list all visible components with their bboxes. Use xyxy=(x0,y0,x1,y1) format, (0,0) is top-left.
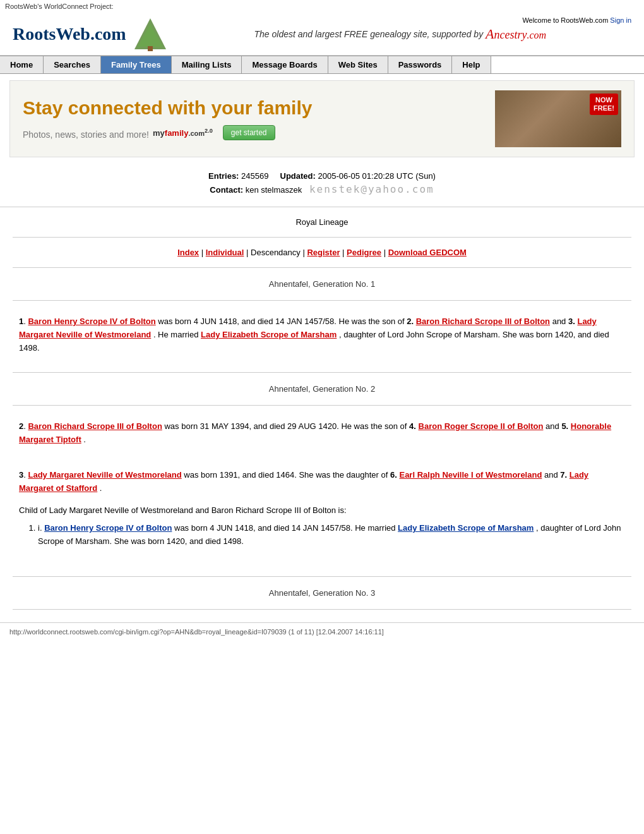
nav-web-sites[interactable]: Web Sites xyxy=(328,56,388,73)
top-bar-text: RootsWeb's WorldConnect Project: xyxy=(5,3,114,10)
nav-message-boards[interactable]: Message Boards xyxy=(242,56,328,73)
entry3-text2: and xyxy=(544,470,560,480)
pedigree-link[interactable]: Pedigree xyxy=(347,248,381,257)
nav-help[interactable]: Help xyxy=(452,56,491,73)
nav: Home Searches Family Trees Mailing Lists… xyxy=(0,56,644,74)
welcome-area: Welcome to RootsWeb.com Sign in xyxy=(522,16,631,24)
entry2-text2: and xyxy=(546,421,561,431)
divider-2 xyxy=(13,237,631,238)
banner: Stay connected with your family Photos, … xyxy=(9,80,635,157)
entries-value: 245569 xyxy=(241,171,268,181)
banner-photo: NOWFREE! xyxy=(495,90,621,147)
tagline-text: The oldest and largest FREE genealogy si… xyxy=(254,29,484,39)
entry3-person-link[interactable]: Lady Margaret Neville of Westmoreland xyxy=(28,470,181,480)
nav-family-trees[interactable]: Family Trees xyxy=(101,56,172,73)
logo-text[interactable]: RootsWeb.com xyxy=(13,24,126,44)
child1-person2-link[interactable]: Lady Elizabeth Scrope of Marsham xyxy=(398,523,534,533)
divider-7 xyxy=(13,576,631,577)
child-list: i. Baron Henry Scrope IV of Bolton was b… xyxy=(19,517,625,559)
top-bar: RootsWeb's WorldConnect Project: xyxy=(0,0,644,13)
download-gedcom-link[interactable]: Download GEDCOM xyxy=(388,248,467,257)
footer-url: http://worldconnect.rootsweb.com/cgi-bin… xyxy=(9,628,384,636)
entries-label: Entries: xyxy=(208,171,239,181)
nav-searches[interactable]: Searches xyxy=(44,56,101,73)
contact-value: ken stelmaszek xyxy=(246,185,302,195)
footer: http://worldconnect.rootsweb.com/cgi-bin… xyxy=(0,622,644,641)
content: Royal Lineage Index | Individual | Desce… xyxy=(0,212,644,610)
entry3-num: 3 xyxy=(19,470,23,480)
gen1-header: Ahnentafel, Generation No. 1 xyxy=(13,273,631,295)
entry3-text1: was born 1391, and died 1464. She was th… xyxy=(184,470,390,480)
entry3-text3: . xyxy=(100,483,102,493)
genealogy-title-text: Royal Lineage xyxy=(295,217,348,227)
entry1-num2: 2. xyxy=(407,317,414,326)
entry1-person2-link[interactable]: Baron Richard Scrope III of Bolton xyxy=(416,317,550,326)
divider-1 xyxy=(0,207,644,207)
entry1-text3: . He married xyxy=(153,330,201,339)
entry3-person2-link[interactable]: Earl Ralph Neville I of Westmoreland xyxy=(399,470,542,480)
entry-3: 3. Lady Margaret Neville of Westmoreland… xyxy=(13,459,631,571)
entry-1: 1. Baron Henry Scrope IV of Bolton was b… xyxy=(13,306,631,367)
ancestry-logo: Ancestry.com xyxy=(486,26,546,42)
entry1-person4-link[interactable]: Lady Elizabeth Scrope of Marsham xyxy=(201,330,337,339)
entries-line: Entries: 245569 Updated: 2005-06-05 01:2… xyxy=(13,171,631,181)
entry2-num3: 5. xyxy=(561,421,568,431)
contact-email-display: kenstek@yahoo.com xyxy=(309,183,434,195)
logo-area: RootsWeb.com xyxy=(13,16,169,51)
entry1-text1: was born 4 JUN 1418, and died 14 JAN 145… xyxy=(158,317,407,326)
myfamily-red: family xyxy=(165,128,189,138)
index-link[interactable]: Index xyxy=(177,248,199,257)
gen3-header: Ahnentafel, Generation No. 3 xyxy=(13,582,631,604)
contact-label: Contact: xyxy=(210,185,243,195)
sign-in-link[interactable]: Sign in xyxy=(610,16,631,24)
divider-6 xyxy=(13,405,631,406)
descendancy-link[interactable]: Descendancy xyxy=(251,248,301,257)
child-list-item-1: i. Baron Henry Scrope IV of Bolton was b… xyxy=(38,522,625,548)
entry2-person2-link[interactable]: Baron Roger Scrope II of Bolton xyxy=(419,421,544,431)
banner-left: Stay connected with your family Photos, … xyxy=(23,97,495,140)
gen2-header: Ahnentafel, Generation No. 2 xyxy=(13,378,631,400)
contact-line: Contact: ken stelmaszek kenstek@yahoo.co… xyxy=(13,183,631,195)
entry2-text3: . xyxy=(83,435,86,444)
divider-4 xyxy=(13,300,631,301)
svg-marker-1 xyxy=(138,24,163,47)
entry1-person-link[interactable]: Baron Henry Scrope IV of Bolton xyxy=(28,317,155,326)
banner-subtitle: Photos, news, stories and more! xyxy=(23,130,149,140)
divider-5 xyxy=(13,372,631,373)
gen1-header-text: Ahnentafel, Generation No. 1 xyxy=(269,279,375,289)
nav-passwords[interactable]: Passwords xyxy=(388,56,453,73)
entry2-num: 2 xyxy=(19,421,23,431)
register-link[interactable]: Register xyxy=(307,248,340,257)
updated-label: Updated: xyxy=(280,171,316,181)
myfamily-brand: myfamily.com2.0 xyxy=(153,128,213,138)
individual-link[interactable]: Individual xyxy=(206,248,244,257)
entry1-num: 1 xyxy=(19,317,23,326)
tagline-area: The oldest and largest FREE genealogy si… xyxy=(169,26,631,42)
nav-mailing-lists[interactable]: Mailing Lists xyxy=(172,56,242,73)
child1-text1: was born 4 JUN 1418, and died 14 JAN 145… xyxy=(174,523,398,533)
divider-8 xyxy=(13,609,631,610)
updated-value: 2005-06-05 01:20:28 UTC (Sun) xyxy=(318,171,436,181)
get-started-button[interactable]: get started xyxy=(223,125,275,140)
nav-links: Index | Individual | Descendancy | Regis… xyxy=(13,243,631,262)
welcome-text: Welcome to RootsWeb.com xyxy=(522,16,608,24)
genealogy-title: Royal Lineage xyxy=(13,212,631,232)
nav-home[interactable]: Home xyxy=(0,56,44,73)
divider-3 xyxy=(13,267,631,268)
header: Welcome to RootsWeb.com Sign in RootsWeb… xyxy=(0,13,644,56)
gen2-header-text: Ahnentafel, Generation No. 2 xyxy=(269,384,375,394)
entry2-text1: was born 31 MAY 1394, and died 29 AUG 14… xyxy=(164,421,409,431)
entry2-num2: 4. xyxy=(409,421,416,431)
entry3-num3: 7. xyxy=(560,470,567,480)
entry1-text2: and xyxy=(552,317,568,326)
entry3-num2: 6. xyxy=(390,470,397,480)
svg-rect-2 xyxy=(148,46,153,51)
entry-2: 2. Baron Richard Scrope III of Bolton wa… xyxy=(13,411,631,459)
now-free-badge: NOWFREE! xyxy=(590,94,618,115)
child1-num: i. xyxy=(38,523,42,533)
info-section: Entries: 245569 Updated: 2005-06-05 01:2… xyxy=(0,164,644,202)
gen3-header-text: Ahnentafel, Generation No. 3 xyxy=(269,588,375,598)
child-of-text: Child of Lady Margaret Neville of Westmo… xyxy=(19,504,625,517)
entry2-person-link[interactable]: Baron Richard Scrope III of Bolton xyxy=(28,421,162,431)
child1-person-link[interactable]: Baron Henry Scrope IV of Bolton xyxy=(44,523,172,533)
